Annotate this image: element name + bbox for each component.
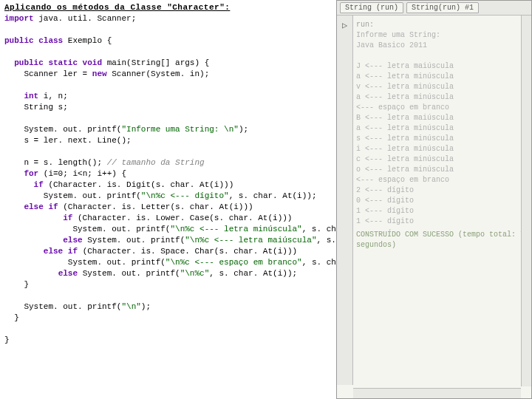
t: , s. char. At(i)); bbox=[209, 269, 297, 278]
t: System. out. printf( bbox=[83, 236, 185, 245]
str: "Informe uma String: \n" bbox=[121, 125, 238, 134]
t: java. util. Scanner; bbox=[34, 14, 137, 23]
output-tab[interactable]: String (run) bbox=[340, 2, 403, 13]
scrollbar-vertical[interactable] bbox=[521, 16, 531, 386]
t: Scanner ler = bbox=[4, 69, 92, 78]
console-line: Java Basico 2011 bbox=[356, 41, 528, 51]
t: System. out. printf( bbox=[4, 125, 121, 134]
t: , s. char. At(i)); bbox=[229, 191, 317, 200]
output-tab[interactable]: String(run) #1 bbox=[406, 2, 479, 13]
console-line: run: bbox=[356, 20, 528, 30]
kw: int bbox=[24, 92, 38, 100]
t: i, n; bbox=[38, 92, 68, 100]
comment: // tamanho da String bbox=[107, 158, 205, 167]
kw: import bbox=[4, 14, 34, 23]
build-status: CONSTRUÍDO COM SUCESSO (tempo total: 7 s… bbox=[356, 230, 528, 250]
console-line: 1 <--- dígito bbox=[356, 206, 528, 216]
output-sidebar: ▷ bbox=[337, 16, 353, 385]
console-line: 1 <--- dígito bbox=[356, 216, 528, 227]
console-line: 0 <--- dígito bbox=[356, 196, 528, 206]
console-line: <--- espaço em branco bbox=[356, 103, 528, 113]
kw: else if bbox=[24, 202, 58, 211]
t: (Character. is. Letter(s. char. At(i))) bbox=[58, 202, 253, 211]
console-line: 2 <--- dígito bbox=[356, 185, 528, 196]
t: } bbox=[4, 313, 19, 322]
t: System. out. printf( bbox=[4, 191, 141, 200]
str: "\n%c" bbox=[180, 269, 210, 278]
code-block: import java. util. Scanner; public class… bbox=[4, 13, 332, 346]
str: "\n" bbox=[121, 302, 140, 311]
str: "\n%c <--- espaço em branco" bbox=[166, 258, 302, 267]
t: System. out. printf( bbox=[4, 302, 121, 311]
t: ); bbox=[239, 125, 248, 134]
t: ); bbox=[141, 302, 151, 311]
output-toolbar: String (run) String(run) #1 bbox=[337, 1, 531, 16]
output-pane: String (run) String(run) #1 ▷ run: Infor… bbox=[336, 0, 532, 399]
console-line: o <--- letra minúscula bbox=[356, 165, 528, 175]
str: "\n%c <--- letra maiúscula" bbox=[185, 236, 316, 245]
str: "\n%c <--- letra minúscula" bbox=[170, 225, 301, 233]
console-line: v <--- letra minúscula bbox=[356, 82, 528, 92]
t: (i=0; i<n; i++) { bbox=[38, 169, 126, 178]
kw: if bbox=[63, 214, 72, 222]
kw: else bbox=[58, 269, 78, 278]
t: main(String[] args) { bbox=[102, 58, 209, 67]
console-line: a <--- letra minúscula bbox=[356, 123, 528, 134]
console-line: Informe uma String: bbox=[356, 30, 528, 41]
t: System. out. printf( bbox=[78, 269, 180, 278]
t: } bbox=[4, 335, 10, 344]
console-line: a <--- letra minúscula bbox=[356, 72, 528, 82]
t: s = ler. next. Line(); bbox=[4, 136, 132, 145]
source-pane: Aplicando os métodos da Classe "Characte… bbox=[0, 0, 336, 399]
kw: public static void bbox=[14, 58, 102, 67]
kw: if bbox=[34, 180, 44, 189]
console-line: s <--- letra minúscula bbox=[356, 134, 528, 144]
str: "\n%c <--- dígito" bbox=[141, 191, 229, 200]
kw: else if bbox=[44, 247, 78, 256]
t: System. out. printf( bbox=[4, 225, 170, 233]
t: } bbox=[4, 280, 29, 289]
t: (Character. is. Digit(s. char. At(i))) bbox=[44, 180, 233, 189]
console-line: a <--- letra minúscula bbox=[356, 92, 528, 103]
t: n = s. length(); bbox=[4, 158, 107, 167]
kw: else bbox=[63, 236, 82, 245]
t: String s; bbox=[4, 103, 68, 112]
t: (Character. is. Lower. Case(s. char. At(… bbox=[72, 214, 292, 222]
t: Scanner(System. in); bbox=[107, 69, 210, 78]
run-icon[interactable]: ▷ bbox=[337, 20, 352, 31]
console-line: B <--- letra maiúscula bbox=[356, 113, 528, 123]
doc-title: Aplicando os métodos da Classe "Characte… bbox=[4, 3, 332, 12]
console-line: J <--- letra maiúscula bbox=[356, 61, 528, 72]
t: System. out. printf( bbox=[4, 258, 166, 267]
kw: new bbox=[92, 69, 107, 78]
console-content: run: Informe uma String: Java Basico 201… bbox=[353, 16, 531, 255]
kw: for bbox=[24, 169, 38, 178]
t: Exemplo { bbox=[63, 36, 112, 45]
t: (Character. is. Space. Char(s. char. At(… bbox=[78, 247, 297, 256]
console-line: c <--- letra minúscula bbox=[356, 154, 528, 165]
scrollbar-horizontal[interactable] bbox=[353, 388, 521, 398]
console-line: i <--- letra minúscula bbox=[356, 144, 528, 154]
kw: public class bbox=[4, 36, 63, 45]
console-line: <--- espaço em branco bbox=[356, 175, 528, 185]
